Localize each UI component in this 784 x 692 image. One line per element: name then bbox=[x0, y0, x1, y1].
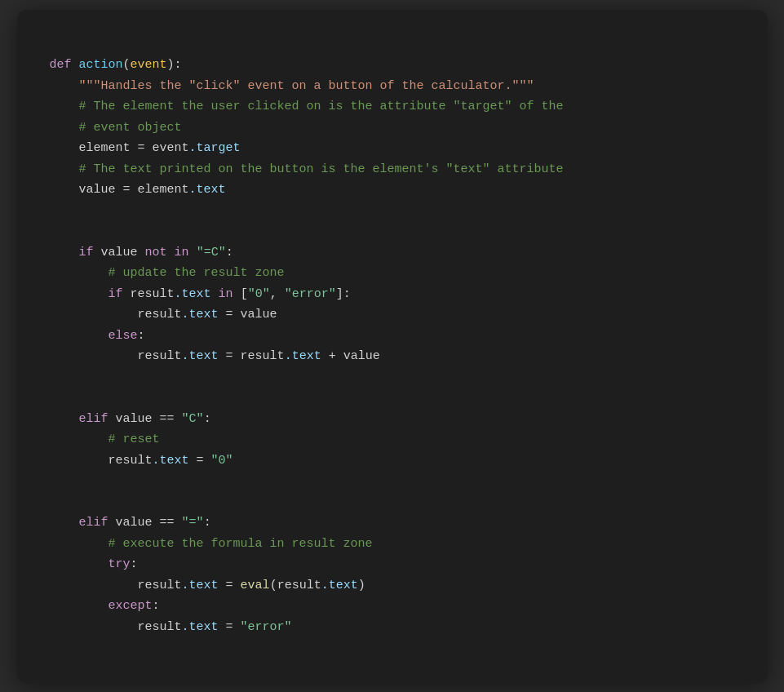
line-4: # event object bbox=[50, 121, 182, 135]
line-11: if result.text in ["0", "error"]: bbox=[50, 287, 351, 301]
line-17: # reset bbox=[50, 432, 160, 446]
line-18: result.text = "0" bbox=[50, 454, 233, 468]
line-25: result.text = "error" bbox=[50, 620, 292, 634]
line-14: result.text = result.text + value bbox=[50, 349, 380, 363]
line-22: try: bbox=[50, 557, 138, 571]
line-3: # The element the user clicked on is the… bbox=[50, 100, 564, 113]
line-10: # update the result zone bbox=[50, 266, 285, 280]
line-12: result.text = value bbox=[50, 308, 277, 322]
line-16: elif value == "C": bbox=[50, 412, 211, 426]
line-1: def action(event): bbox=[50, 58, 182, 72]
line-20: elif value == "=": bbox=[50, 516, 211, 530]
line-5: element = event.target bbox=[50, 141, 241, 155]
code-editor: def action(event): """Handles the "click… bbox=[17, 10, 768, 683]
line-9: if value not in "=C": bbox=[50, 246, 233, 260]
line-6: # The text printed on the button is the … bbox=[50, 162, 564, 176]
line-2: """Handles the "click" event on a button… bbox=[50, 79, 534, 93]
line-23: result.text = eval(result.text) bbox=[50, 579, 365, 592]
line-21: # execute the formula in result zone bbox=[50, 537, 373, 551]
line-7: value = element.text bbox=[50, 183, 226, 197]
line-13: else: bbox=[50, 329, 145, 343]
code-content: def action(event): """Handles the "click… bbox=[50, 34, 735, 659]
line-24: except: bbox=[50, 599, 160, 613]
